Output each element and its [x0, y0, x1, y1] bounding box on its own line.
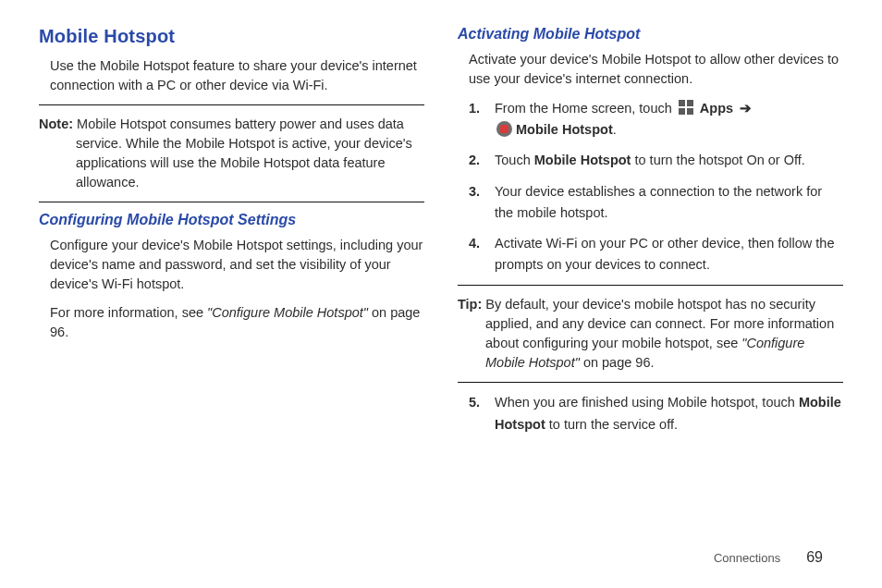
step-number: 2. [469, 150, 485, 171]
activate-intro: Activate your device's Mobile Hotspot to… [458, 50, 843, 89]
config-paragraph-2: For more information, see "Configure Mob… [39, 303, 424, 342]
bold: Mobile Hotspot [534, 153, 631, 167]
text: From the Home screen, touch [495, 101, 676, 116]
hotspot-icon [496, 121, 512, 137]
footer-page-number: 69 [806, 549, 823, 566]
hotspot-label: Mobile Hotspot [516, 122, 613, 137]
left-column: Mobile Hotspot Use the Mobile Hotspot fe… [39, 26, 424, 445]
rule [39, 104, 424, 105]
step-text: Touch Mobile Hotspot to turn the hotspot… [495, 150, 805, 171]
tip-label: Tip: [458, 297, 482, 312]
arrow-icon: ➔ [740, 101, 752, 116]
step-text: Your device establishes a connection to … [495, 181, 843, 224]
page-footer: Connections 69 [714, 549, 823, 566]
text: For more information, see [50, 305, 207, 320]
text: on page 96. [580, 355, 655, 370]
step-4: 4. Activate Wi-Fi on your PC or other de… [469, 233, 843, 276]
steps-list-continued: 5. When you are finished using Mobile ho… [458, 392, 843, 435]
right-column: Activating Mobile Hotspot Activate your … [458, 26, 843, 445]
cross-ref: "Configure Mobile Hotspot" [207, 305, 368, 320]
apps-icon [679, 100, 693, 115]
step-text: When you are finished using Mobile hotsp… [495, 392, 843, 435]
config-paragraph-1: Configure your device's Mobile Hotspot s… [39, 236, 424, 294]
text: to turn the hotspot On or Off. [631, 153, 804, 167]
section-title: Mobile Hotspot [39, 26, 424, 47]
intro-paragraph: Use the Mobile Hotspot feature to share … [39, 56, 424, 95]
step-text: Activate Wi-Fi on your PC or other devic… [495, 233, 843, 276]
text: When you are finished using Mobile hotsp… [495, 395, 799, 410]
step-5: 5. When you are finished using Mobile ho… [469, 392, 843, 435]
text: Touch [495, 153, 534, 167]
apps-label: Apps [700, 101, 733, 116]
rule [458, 382, 843, 383]
text: to turn the service off. [545, 417, 678, 432]
rule [458, 285, 843, 286]
step-1: 1. From the Home screen, touch Apps ➔ Mo… [469, 98, 843, 141]
text: . [613, 122, 617, 137]
step-3: 3. Your device establishes a connection … [469, 181, 843, 224]
tip-text: Tip: By default, your device's mobile ho… [458, 295, 843, 373]
steps-list: 1. From the Home screen, touch Apps ➔ Mo… [458, 98, 843, 276]
footer-section: Connections [714, 551, 780, 565]
step-number: 5. [469, 392, 485, 435]
note-text: Note: Mobile Hotspot consumes battery po… [39, 115, 424, 192]
note-callout: Note: Mobile Hotspot consumes battery po… [39, 115, 424, 192]
step-number: 1. [469, 98, 485, 141]
rule [39, 202, 424, 202]
tip-callout: Tip: By default, your device's mobile ho… [458, 295, 843, 373]
step-text: From the Home screen, touch Apps ➔ Mobil… [495, 98, 752, 141]
note-label: Note: [39, 116, 73, 131]
note-body: Mobile Hotspot consumes battery power an… [76, 116, 412, 190]
step-number: 3. [469, 181, 485, 224]
step-number: 4. [469, 233, 485, 276]
subhead-activate: Activating Mobile Hotspot [458, 26, 843, 43]
step-2: 2. Touch Mobile Hotspot to turn the hots… [469, 150, 843, 171]
subhead-config: Configuring Mobile Hotspot Settings [39, 212, 424, 228]
